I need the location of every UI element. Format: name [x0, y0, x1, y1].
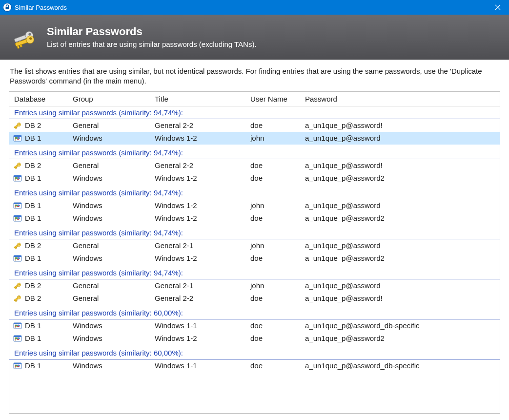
- similarity-group-header: Entries using similar passwords (similar…: [9, 145, 500, 159]
- similarity-group-header: Entries using similar passwords (similar…: [9, 345, 500, 359]
- cell-title: Windows 1-2: [150, 252, 245, 265]
- table-row[interactable]: DB 1WindowsWindows 1-1doea_un1que_p@assw…: [9, 319, 500, 332]
- table-row[interactable]: DB 1WindowsWindows 1-2doea_un1que_p@assw…: [9, 252, 500, 265]
- cell-username: john: [245, 239, 300, 252]
- svg-rect-10: [17, 45, 20, 48]
- table-row[interactable]: DB 2GeneralGeneral 2-1johna_un1que_p@ass…: [9, 239, 500, 252]
- table-row[interactable]: DB 2GeneralGeneral 2-2doea_un1que_p@assw…: [9, 119, 500, 132]
- cell-database: DB 2: [9, 239, 68, 252]
- cell-title: General 2-2: [150, 159, 245, 172]
- similarity-group-label: Entries using similar passwords (similar…: [9, 305, 500, 319]
- cell-database-text: DB 2: [25, 294, 41, 302]
- cell-password: a_un1que_p@assword: [300, 199, 500, 212]
- svg-rect-11: [20, 44, 22, 47]
- cell-title: General 2-1: [150, 239, 245, 252]
- cell-username: doe: [245, 292, 300, 305]
- windows-flag-icon: [13, 134, 22, 143]
- cell-title: General 2-2: [150, 292, 245, 305]
- col-password[interactable]: Password: [300, 92, 500, 106]
- cell-group: Windows: [68, 172, 150, 185]
- similarity-group-header: Entries using similar passwords (similar…: [9, 185, 500, 199]
- cell-username: doe: [245, 332, 300, 345]
- results-table: Database Group Title User Name Password …: [9, 92, 500, 372]
- cell-username: doe: [245, 172, 300, 185]
- header-text: Similar Passwords List of entries that a…: [47, 25, 257, 48]
- cell-username: doe: [245, 212, 300, 225]
- cell-password: a_un1que_p@assword: [300, 279, 500, 292]
- cell-group: Windows: [68, 199, 150, 212]
- cell-database-text: DB 2: [25, 121, 41, 129]
- cell-database-text: DB 1: [25, 174, 41, 182]
- close-button[interactable]: [487, 0, 509, 15]
- table-row[interactable]: DB 1WindowsWindows 1-1doea_un1que_p@assw…: [9, 359, 500, 372]
- cell-database-text: DB 1: [25, 321, 41, 330]
- cell-database: DB 1: [9, 319, 68, 332]
- cell-group: General: [68, 292, 150, 305]
- cell-database: DB 2: [9, 119, 68, 132]
- close-icon: [495, 4, 501, 10]
- table-row[interactable]: DB 1WindowsWindows 1-2johna_un1que_p@ass…: [9, 132, 500, 145]
- key-icon: [13, 121, 22, 130]
- cell-password: a_un1que_p@assword2: [300, 212, 500, 225]
- cell-group: Windows: [68, 212, 150, 225]
- cell-title: Windows 1-2: [150, 199, 245, 212]
- cell-database: DB 1: [9, 252, 68, 265]
- results-list: Database Group Title User Name Password …: [9, 91, 500, 414]
- similarity-group-label: Entries using similar passwords (similar…: [9, 225, 500, 239]
- key-icon: [13, 161, 22, 170]
- col-username[interactable]: User Name: [245, 92, 300, 106]
- cell-password: a_un1que_p@assword_db-specific: [300, 319, 500, 332]
- key-icon: [13, 281, 22, 290]
- col-database[interactable]: Database: [9, 92, 68, 106]
- cell-username: doe: [245, 252, 300, 265]
- windows-flag-icon: [13, 201, 22, 210]
- cell-password: a_un1que_p@assword!: [300, 119, 500, 132]
- table-row[interactable]: DB 1WindowsWindows 1-2johna_un1que_p@ass…: [9, 199, 500, 212]
- results-scroll[interactable]: Database Group Title User Name Password …: [9, 92, 500, 413]
- svg-rect-1: [6, 7, 9, 9]
- table-row[interactable]: DB 1WindowsWindows 1-2doea_un1que_p@assw…: [9, 332, 500, 345]
- cell-database: DB 1: [9, 172, 68, 185]
- cell-database: DB 2: [9, 279, 68, 292]
- header-band: Similar Passwords List of entries that a…: [0, 15, 509, 60]
- cell-password: a_un1que_p@assword!: [300, 292, 500, 305]
- cell-username: doe: [245, 159, 300, 172]
- header-subheading: List of entries that are using similar p…: [47, 40, 257, 48]
- cell-title: Windows 1-2: [150, 212, 245, 225]
- table-row[interactable]: DB 1WindowsWindows 1-2doea_un1que_p@assw…: [9, 212, 500, 225]
- windows-flag-icon: [13, 321, 22, 330]
- col-group[interactable]: Group: [68, 92, 150, 106]
- window-title: Similar Passwords: [15, 4, 67, 11]
- cell-username: doe: [245, 359, 300, 372]
- cell-title: Windows 1-1: [150, 319, 245, 332]
- similarity-group-header: Entries using similar passwords (similar…: [9, 225, 500, 239]
- app-lock-icon: [3, 3, 12, 12]
- similarity-group-label: Entries using similar passwords (similar…: [9, 145, 500, 159]
- table-row[interactable]: DB 2GeneralGeneral 2-2doea_un1que_p@assw…: [9, 292, 500, 305]
- table-row[interactable]: DB 2GeneralGeneral 2-2doea_un1que_p@assw…: [9, 159, 500, 172]
- similarity-group-header: Entries using similar passwords (similar…: [9, 106, 500, 119]
- cell-group: Windows: [68, 132, 150, 145]
- cell-database-text: DB 1: [25, 201, 41, 210]
- cell-title: Windows 1-2: [150, 132, 245, 145]
- table-row[interactable]: DB 2GeneralGeneral 2-1johna_un1que_p@ass…: [9, 279, 500, 292]
- similarity-group-header: Entries using similar passwords (similar…: [9, 265, 500, 279]
- cell-title: Windows 1-2: [150, 332, 245, 345]
- cell-group: Windows: [68, 332, 150, 345]
- similarity-group-label: Entries using similar passwords (similar…: [9, 345, 500, 359]
- similarity-group-header: Entries using similar passwords (similar…: [9, 305, 500, 319]
- cell-database: DB 2: [9, 292, 68, 305]
- cell-database-text: DB 2: [25, 161, 41, 169]
- cell-database: DB 1: [9, 132, 68, 145]
- cell-password: a_un1que_p@assword2: [300, 332, 500, 345]
- cell-username: john: [245, 132, 300, 145]
- windows-flag-icon: [13, 361, 22, 370]
- windows-flag-icon: [13, 254, 22, 263]
- cell-group: Windows: [68, 359, 150, 372]
- windows-flag-icon: [13, 334, 22, 343]
- titlebar: Similar Passwords: [0, 0, 509, 15]
- cell-group: General: [68, 279, 150, 292]
- table-row[interactable]: DB 1WindowsWindows 1-2doea_un1que_p@assw…: [9, 172, 500, 185]
- cell-database-text: DB 1: [25, 361, 41, 370]
- col-title[interactable]: Title: [150, 92, 245, 106]
